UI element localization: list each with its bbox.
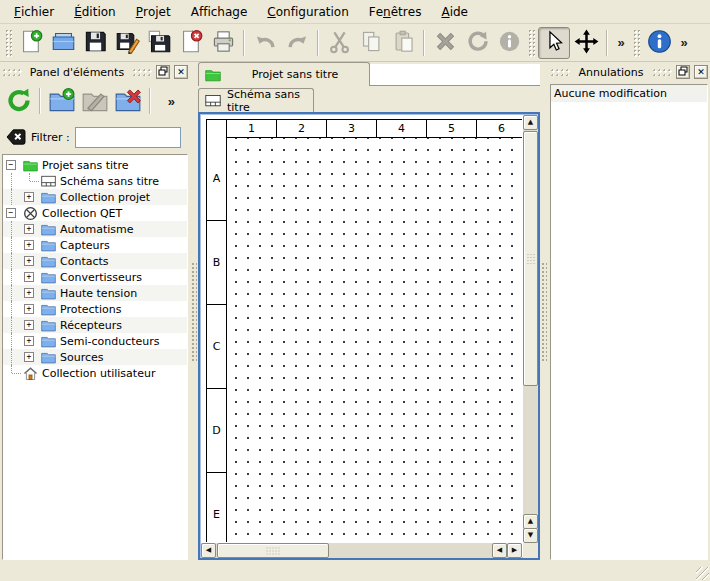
- print-button[interactable]: [207, 27, 239, 59]
- menu-projet[interactable]: Projet: [126, 0, 181, 23]
- resize-grip[interactable]: [696, 567, 709, 580]
- menu-aide[interactable]: Aide: [431, 0, 478, 23]
- tree-item-sources[interactable]: +Sources: [3, 349, 187, 365]
- right-splitter[interactable]: [540, 62, 548, 562]
- expand-toggle[interactable]: +: [24, 320, 34, 330]
- tree-item-label: Sources: [57, 351, 104, 364]
- vertical-scrollbar[interactable]: ▲ ▲ ▼: [523, 115, 538, 542]
- application-window: FichierÉditionProjetAffichageConfigurati…: [0, 0, 710, 581]
- project-tab[interactable]: Projet sans titre: [198, 62, 370, 86]
- menu-configuration[interactable]: Configuration: [257, 0, 358, 23]
- redo-button[interactable]: [281, 27, 313, 59]
- filter-input[interactable]: [75, 127, 181, 148]
- new-category-button[interactable]: [45, 84, 78, 118]
- delete-category-button[interactable]: [112, 84, 145, 118]
- collapse-toggle[interactable]: −: [6, 160, 16, 170]
- close-file-button[interactable]: [175, 27, 207, 59]
- edit-category-button[interactable]: [78, 84, 111, 118]
- expand-toggle[interactable]: +: [24, 192, 34, 202]
- expand-toggle[interactable]: +: [24, 304, 34, 314]
- tree-item-r-cepteurs[interactable]: +Récepteurs: [3, 317, 187, 333]
- save-button[interactable]: [79, 27, 111, 59]
- undo-history-list[interactable]: Aucune modification: [550, 84, 708, 560]
- expand-toggle[interactable]: +: [24, 288, 34, 298]
- diagram-view[interactable]: 123456 ABCDE ▲ ▲ ▼ ◀ ◀ ▶: [198, 112, 540, 560]
- toolbar-handle[interactable]: [633, 29, 640, 57]
- rotate-button[interactable]: [461, 27, 493, 59]
- tree-item-protections[interactable]: +Protections: [3, 301, 187, 317]
- close-panel-button[interactable]: ✕: [694, 65, 708, 79]
- collapse-toggle[interactable]: −: [6, 208, 16, 218]
- schema-tab[interactable]: Schéma sans titre: [198, 88, 314, 112]
- expand-toggle[interactable]: +: [24, 336, 34, 346]
- cut-button[interactable]: [323, 27, 355, 59]
- reload-button[interactable]: [2, 84, 35, 118]
- overflow-button[interactable]: »: [612, 27, 630, 59]
- delete-button[interactable]: [429, 27, 461, 59]
- scroll-left-button[interactable]: ◀: [201, 543, 216, 558]
- menu-dition[interactable]: Édition: [64, 0, 126, 23]
- close-icon: ✕: [697, 68, 705, 77]
- horizontal-scrollbar[interactable]: ◀ ◀ ▶: [201, 543, 522, 558]
- schema-icon: [205, 94, 221, 108]
- new-document-button[interactable]: [15, 27, 47, 59]
- tree-guide: [21, 173, 39, 189]
- move-button[interactable]: [570, 27, 602, 59]
- scroll-up-button-2[interactable]: ▲: [523, 514, 538, 529]
- copy-button[interactable]: [355, 27, 387, 59]
- about-button[interactable]: [643, 27, 675, 59]
- paste-button[interactable]: [387, 27, 419, 59]
- menu-fichier[interactable]: Fichier: [4, 0, 64, 23]
- element-info-button[interactable]: [493, 27, 525, 59]
- undo-button[interactable]: [249, 27, 281, 59]
- scroll-up-button[interactable]: ▲: [523, 115, 538, 130]
- float-panel-button[interactable]: [156, 65, 170, 79]
- tree-item-contacts[interactable]: +Contacts: [3, 253, 187, 269]
- tree-item-collection-qet[interactable]: −Collection QET: [3, 205, 187, 221]
- tree-item-haute-tension[interactable]: +Haute tension: [3, 285, 187, 301]
- tree-guide: +: [21, 221, 39, 237]
- tree-item-convertisseurs[interactable]: +Convertisseurs: [3, 269, 187, 285]
- dock-texture: [652, 68, 672, 76]
- toolbar-handle[interactable]: [5, 29, 12, 57]
- horizontal-scrollbar-thumb[interactable]: [217, 543, 329, 558]
- save-as-button[interactable]: [111, 27, 143, 59]
- expand-toggle[interactable]: +: [24, 352, 34, 362]
- menu-affichage[interactable]: Affichage: [181, 0, 258, 23]
- select-arrow-button[interactable]: [538, 27, 570, 59]
- expand-toggle[interactable]: +: [24, 272, 34, 282]
- tree-item-semi-conducteurs[interactable]: +Semi-conducteurs: [3, 333, 187, 349]
- thumb-grip: [266, 546, 281, 555]
- thumb-grip: [526, 253, 535, 265]
- scroll-down-button[interactable]: ▼: [523, 528, 538, 543]
- clear-filter-button[interactable]: [6, 128, 26, 146]
- float-panel-button[interactable]: [676, 65, 690, 79]
- open-project-button[interactable]: [47, 27, 79, 59]
- tree-guide: +: [21, 269, 39, 285]
- diagram-canvas[interactable]: 123456 ABCDE: [201, 115, 522, 542]
- scroll-right-button[interactable]: ▶: [507, 543, 522, 558]
- overflow-button[interactable]: »: [675, 27, 693, 59]
- tree-item-sch-ma-sans-titre[interactable]: Schéma sans titre: [3, 173, 187, 189]
- tree-item-automatisme[interactable]: +Automatisme: [3, 221, 187, 237]
- close-panel-button[interactable]: ✕: [174, 65, 188, 79]
- save-all-button[interactable]: [143, 27, 175, 59]
- scroll-left-button-2[interactable]: ◀: [492, 543, 507, 558]
- vertical-scrollbar-thumb[interactable]: [523, 131, 538, 386]
- undo-list-item[interactable]: Aucune modification: [551, 85, 707, 102]
- tree-item-collection-projet[interactable]: +Collection projet: [3, 189, 187, 205]
- tree-item-capteurs[interactable]: +Capteurs: [3, 237, 187, 253]
- scrollbar-corner: [523, 543, 538, 558]
- tree-guide: [3, 285, 21, 301]
- toolbar-handle[interactable]: [528, 29, 535, 57]
- expand-toggle[interactable]: +: [24, 240, 34, 250]
- tree-item-collection-utilisateur[interactable]: Collection utilisateur: [3, 365, 187, 381]
- menu-fentres[interactable]: Fenêtres: [359, 0, 432, 23]
- expand-toggle[interactable]: +: [24, 256, 34, 266]
- column-label: 1: [227, 120, 277, 138]
- scrollbar-track[interactable]: [329, 543, 492, 558]
- expand-toggle[interactable]: +: [24, 224, 34, 234]
- tree-item-projet-sans-titre[interactable]: −Projet sans titre: [3, 157, 187, 173]
- left-splitter[interactable]: [190, 62, 198, 562]
- overflow-button[interactable]: »: [155, 84, 188, 118]
